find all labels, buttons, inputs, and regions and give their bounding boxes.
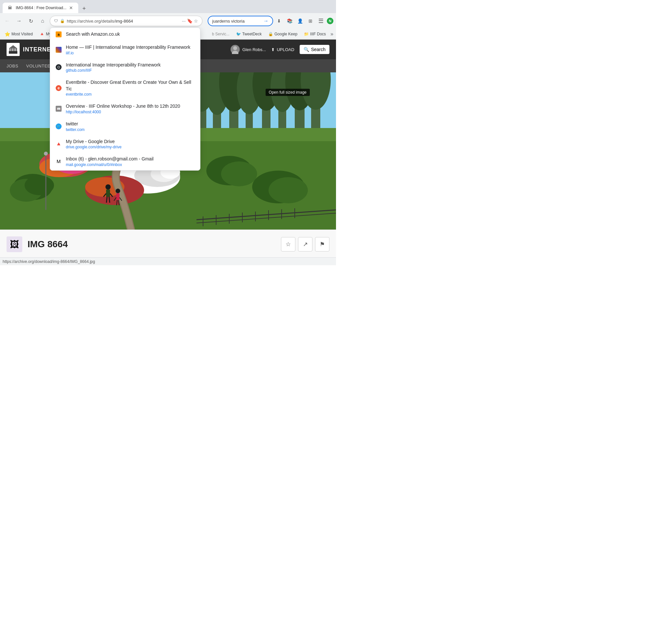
status-bar: https://archive.org/download/img-8664/IM… [0,257,336,265]
drive-icon: 🔺 [39,31,45,37]
dropdown-item-iiif-home[interactable]: Home — IIIF | International Image Intero… [50,41,200,58]
flag-button[interactable]: ⚑ [315,237,330,251]
keep-icon: 🔒 [268,32,273,37]
gmail-icon: M [55,158,62,165]
services-label: b Servic... [212,32,229,37]
dropdown-url-github: github.com/IIIF [66,68,195,73]
svg-rect-2 [11,48,12,51]
dropdown-url-iiif: iiif.io [66,51,195,55]
item-icon: 🖼 [6,236,22,252]
flag-icon: ⚑ [320,241,325,248]
svg-point-35 [105,184,111,190]
library-icon[interactable]: 📚 [285,16,294,26]
more-bookmarks-btn[interactable]: » [331,31,333,37]
tab-bar: 🏛 IMG-8664 : Free Download... ✕ + [0,0,336,13]
menu-icon[interactable]: ☰ [316,16,326,26]
svg-rect-4 [15,48,16,51]
bookmark-most-visited[interactable]: ⭐ Most Visited [3,31,35,37]
svg-line-40 [109,197,110,203]
bookmark-services[interactable]: b Servic... [210,31,231,37]
dropdown-text-github: International Image Interoperability Fra… [66,62,195,73]
bookmark-google-keep[interactable]: 🔒 Google Keep [266,31,299,37]
dropdown-title-github: International Image Interoperability Fra… [66,62,195,68]
tab-close[interactable]: ✕ [69,5,73,10]
share-icon: ↗ [303,241,308,248]
svg-point-67 [44,152,48,155]
item-title: IMG 8664 [27,239,68,249]
dropdown-text-iiif: Home — IIIF | International Image Intero… [66,44,195,55]
avatar-svg [231,45,240,54]
address-bar[interactable]: 🛡 🔒 https://archive.org/details/img-8664… [50,16,202,26]
twitter-icon: 🐦 [55,123,62,130]
bookmark-iiif-docs[interactable]: 📁 IIIF Docs [302,31,328,37]
dropdown-item-github[interactable]: ⊙ International Image Interoperability F… [50,58,200,76]
svg-marker-6 [9,45,17,48]
github-icon: ⊙ [55,64,62,70]
active-tab[interactable]: 🏛 IMG-8664 : Free Download... ✕ [3,3,78,13]
ia-upload-btn[interactable]: ⬆ UPLOAD [271,47,294,52]
dropdown-item-twitter[interactable]: 🐦 twitter twitter.com [50,118,200,135]
address-bar-container: 🛡 🔒 https://archive.org/details/img-8664… [50,16,202,26]
iiif-docs-icon: 📁 [304,32,309,37]
dropdown-title-gdrive: My Drive - Google Drive [66,139,195,145]
ia-logo-icon [6,43,20,56]
reload-button[interactable]: ↻ [26,16,35,26]
back-button[interactable]: ← [3,16,12,26]
svg-line-39 [106,197,107,203]
tab-title: IMG-8664 : Free Download... [16,5,67,10]
item-actions: ☆ ↗ ⚑ [281,237,330,251]
svg-point-51 [221,162,257,186]
favorite-button[interactable]: ☆ [281,237,295,251]
address-dropdown: a Search with Amazon.co.uk Home — IIIF |… [50,27,200,171]
svg-rect-3 [13,48,14,51]
ia-username: Glen Robs... [242,47,266,52]
second-search-bar[interactable]: juarderns victoria → [208,16,273,26]
upload-icon: ⬆ [271,47,275,52]
dropdown-item-gmail[interactable]: M Inbox (6) - glen.robson@gmail.com - Gm… [50,152,200,170]
image-tooltip: Open full sized image [266,89,310,96]
keep-label: Google Keep [274,32,297,37]
dropdown-item-gdrive[interactable]: 🔺 My Drive - Google Drive drive.google.c… [50,135,200,153]
status-url: https://archive.org/download/img-8664/IM… [3,259,95,264]
gdrive-icon: 🔺 [55,141,62,147]
svg-point-7 [233,46,237,50]
svg-point-53 [268,177,308,203]
upload-label: UPLOAD [277,47,294,52]
share-button[interactable]: ↗ [298,237,312,251]
new-tab-btn[interactable]: + [79,4,89,13]
tweetdeck-label: TweetDeck [242,32,262,37]
extension-icon: N [327,18,333,24]
home-button[interactable]: ⌂ [38,16,47,26]
svg-rect-0 [9,51,17,54]
item-title-row: 🖼 IMG 8664 ☆ ↗ ⚑ [6,230,330,257]
dropdown-text-gdrive: My Drive - Google Drive drive.google.com… [66,139,195,150]
svg-rect-1 [9,48,10,51]
dropdown-item-eventbrite[interactable]: e Eventbrite - Discover Great Events or … [50,76,200,100]
download-icon[interactable]: ⬇ [274,16,284,26]
dropdown-url-eventbrite: eventbrite.com [66,92,195,97]
bookmark-tweetdeck[interactable]: 🐦 TweetDeck [234,31,264,37]
ia-search-btn[interactable]: 🔍 Search [299,45,330,54]
more-options-icon[interactable]: ··· [182,18,186,24]
ia-logo: INTERNET [6,43,55,56]
svg-rect-5 [16,48,17,51]
browser-chrome: 🏛 IMG-8664 : Free Download... ✕ + ← → ↻ … [0,0,336,40]
grid-icon[interactable]: ⊞ [306,16,315,26]
dropdown-url-gmail: mail.google.com/mail/u/0/#inbox [66,163,195,167]
star-icon[interactable]: ☆ [194,18,198,24]
right-nav: juarderns victoria → ⬇ 📚 👤 ⊞ ☰ N [208,16,333,26]
eventbrite-icon: e [55,85,62,91]
dropdown-text-gmail: Inbox (6) - glen.robson@gmail.com - Gmai… [66,156,195,167]
nav-bar: ← → ↻ ⌂ 🛡 🔒 https://archive.org/details/… [0,13,336,29]
dropdown-item-workshop[interactable]: 📖 Overview · IIIF Online Workshop - June… [50,100,200,118]
ia-user[interactable]: Glen Robs... [231,45,266,54]
iiif-docs-label: IIIF Docs [310,32,326,37]
account-icon[interactable]: 👤 [295,16,305,26]
most-visited-icon: ⭐ [5,31,10,37]
dropdown-item-amazon[interactable]: a Search with Amazon.co.uk [50,28,200,41]
ia-nav-jobs[interactable]: JOBS [6,61,18,71]
dropdown-text-twitter: twitter twitter.com [66,121,195,132]
bookmark-icon[interactable]: 🔖 [187,18,193,24]
forward-button[interactable]: → [15,16,24,26]
address-path: img-8664 [115,19,133,24]
